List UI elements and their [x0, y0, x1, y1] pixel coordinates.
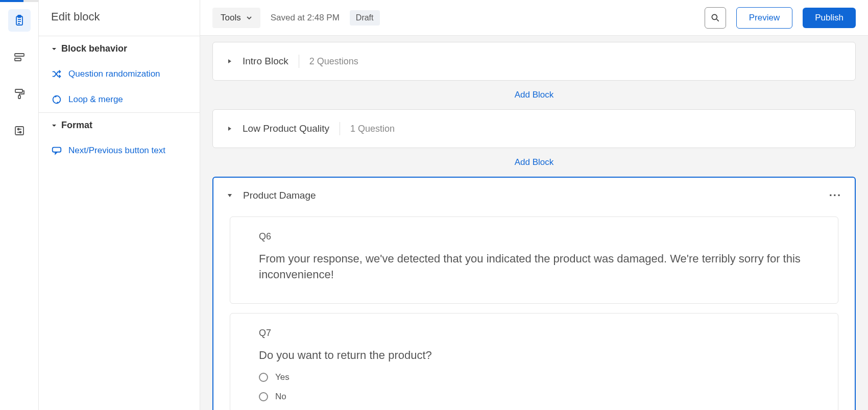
caret-right-icon[interactable]: [227, 126, 232, 132]
rail-builder-icon[interactable]: [8, 9, 31, 32]
shuffle-icon: [51, 68, 62, 80]
sidebar-item-question-randomization[interactable]: Question randomization: [39, 61, 200, 87]
add-block-link[interactable]: Add Block: [212, 148, 856, 177]
block-title: Intro Block: [243, 56, 288, 67]
flow-icon: [13, 51, 26, 63]
svg-point-16: [712, 14, 717, 19]
saved-status: Saved at 2:48 PM: [271, 13, 340, 23]
svg-point-11: [17, 129, 19, 130]
caret-down-icon: [51, 46, 57, 52]
sidebar-item-label: Loop & merge: [68, 94, 123, 105]
sidebar-item-label: Question randomization: [68, 69, 160, 79]
sidebar-item-button-text[interactable]: Next/Previous button text: [39, 138, 200, 163]
svg-point-14: [53, 96, 61, 104]
paint-roller-icon: [13, 88, 26, 100]
rail-look-icon[interactable]: [8, 83, 31, 105]
svg-rect-7: [15, 89, 22, 92]
icon-rail: [0, 0, 39, 410]
section-label: Format: [61, 120, 92, 131]
question-text: Do you want to return the product?: [259, 348, 809, 364]
button-text-icon: [51, 145, 62, 156]
block-title: Product Damage: [243, 190, 316, 201]
draft-badge: Draft: [350, 10, 380, 26]
clipboard-icon: [13, 14, 26, 27]
rail-flow-icon[interactable]: [8, 46, 31, 68]
divider: [340, 122, 340, 135]
main: Tools Saved at 2:48 PM Draft Preview Pub…: [200, 0, 868, 410]
rail-options-icon[interactable]: [8, 119, 31, 142]
search-button[interactable]: [705, 7, 726, 29]
preview-button[interactable]: Preview: [736, 7, 792, 29]
radio-icon[interactable]: [259, 373, 268, 382]
block-meta: 2 Questions: [309, 56, 358, 67]
svg-rect-15: [53, 148, 61, 152]
section-format[interactable]: Format: [39, 112, 200, 138]
block-intro[interactable]: Intro Block 2 Questions: [212, 42, 856, 81]
block-product-damage[interactable]: Product Damage ··· Q6 From your response…: [212, 177, 856, 410]
section-label: Block behavior: [61, 43, 127, 54]
caret-down-icon[interactable]: [227, 193, 233, 198]
tools-label: Tools: [221, 13, 241, 23]
section-block-behavior[interactable]: Block behavior: [39, 36, 200, 61]
block-low-quality[interactable]: Low Product Quality 1 Question: [212, 109, 856, 148]
tools-dropdown[interactable]: Tools: [212, 8, 260, 28]
search-icon: [710, 13, 720, 23]
block-header: Intro Block 2 Questions: [213, 42, 855, 80]
option-label: No: [275, 392, 286, 402]
svg-line-17: [716, 19, 718, 21]
option-label: Yes: [275, 372, 290, 382]
loop-icon: [51, 94, 62, 105]
question-card-q7[interactable]: Q7 Do you want to return the product? Ye…: [230, 313, 838, 410]
sidebar-item-loop-merge[interactable]: Loop & merge: [39, 87, 200, 112]
sidebar-item-label: Next/Previous button text: [68, 146, 165, 156]
canvas: Intro Block 2 Questions Add Block Low Pr…: [200, 36, 868, 410]
block-menu-button[interactable]: ···: [829, 189, 841, 202]
publish-button[interactable]: Publish: [803, 8, 856, 28]
add-block-link[interactable]: Add Block: [212, 81, 856, 109]
svg-rect-5: [15, 54, 24, 56]
question-id: Q6: [259, 231, 809, 242]
question-text: From your response, we've detected that …: [259, 251, 809, 283]
svg-rect-6: [15, 58, 21, 61]
option-row[interactable]: No: [259, 392, 809, 402]
sidebar-title: Edit block: [39, 10, 200, 36]
caret-right-icon[interactable]: [227, 58, 232, 64]
sidebar: Edit block Block behavior Question rando…: [39, 0, 200, 410]
caret-down-icon: [51, 123, 57, 129]
option-row[interactable]: Yes: [259, 372, 809, 382]
block-header: Product Damage ···: [213, 178, 855, 207]
svg-rect-8: [18, 95, 20, 99]
block-header: Low Product Quality 1 Question: [213, 110, 855, 148]
block-meta: 1 Question: [350, 124, 395, 134]
topbar: Tools Saved at 2:48 PM Draft Preview Pub…: [200, 0, 868, 36]
radio-icon[interactable]: [259, 392, 268, 401]
divider: [299, 55, 299, 68]
question-card-q6[interactable]: Q6 From your response, we've detected th…: [230, 216, 838, 304]
svg-rect-9: [15, 127, 23, 135]
question-id: Q7: [259, 328, 809, 339]
sliders-icon: [13, 125, 26, 137]
svg-point-13: [19, 132, 21, 133]
block-title: Low Product Quality: [243, 123, 329, 134]
chevron-down-icon: [246, 15, 252, 21]
